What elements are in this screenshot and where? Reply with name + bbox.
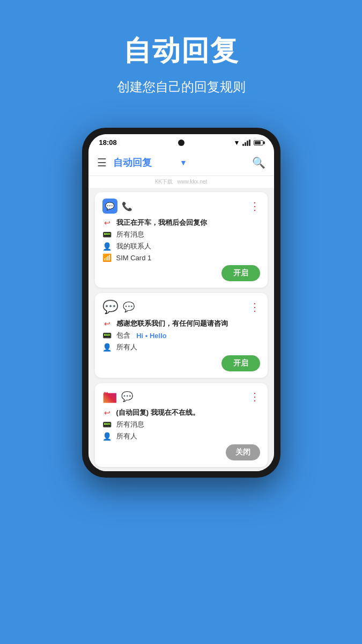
signal-icon <box>242 140 250 146</box>
app-bar: ☰ 自动回复 ▼ 🔍 <box>88 150 274 176</box>
contact-icon-1: 👤 <box>102 242 112 251</box>
card-1-footer: 开启 <box>102 265 260 281</box>
status-icons: ▼ <box>234 139 263 147</box>
contact-icon-2: 👤 <box>102 343 112 352</box>
chat-icon-2: 💬 <box>123 301 135 313</box>
phone-inner: 18:08 ▼ <box>88 134 274 471</box>
card-2-contact: 所有人 <box>116 342 137 352</box>
phone-call-icon: 📞 <box>122 201 132 211</box>
card-1-sim-row: 📶 SIM Card 1 <box>102 253 260 262</box>
card-1: 💬 📞 ⋮ ↩ 我正在开车，我稍后会回复你 📟 所有消息 👤 <box>95 192 268 288</box>
app-title: 自动回复 <box>113 156 178 169</box>
battery-icon <box>254 140 263 145</box>
more-menu-button-2[interactable]: ⋮ <box>249 301 260 313</box>
card-2: 💬 💬 ⋮ ↩ 感谢您联系我们，有任何问题请咨询 📟 包含 Hi • Hello <box>95 293 268 378</box>
watermark: KK下载 www.kkx.net <box>88 176 274 188</box>
card-3-contact-row: 👤 所有人 <box>102 431 260 441</box>
card-2-contact-row: 👤 所有人 <box>102 342 260 352</box>
card-2-footer: 开启 <box>102 355 260 371</box>
card-1-message: 我正在开车，我稍后会回复你 <box>116 218 207 228</box>
card-2-icons: 💬 💬 <box>102 299 135 314</box>
card-3-footer: 关闭 <box>102 444 260 460</box>
card-3-contact: 所有人 <box>116 431 137 441</box>
sim-icon-1: 📶 <box>102 253 112 262</box>
camera-dot <box>178 140 184 146</box>
reply-icon-3: ↩ <box>102 408 112 417</box>
menu-icon[interactable]: ☰ <box>97 156 107 169</box>
phone-wrapper: 18:08 ▼ <box>0 128 362 478</box>
card-3-msgtype: 所有消息 <box>116 420 144 429</box>
card-1-message-row: ↩ 我正在开车，我稍后会回复你 <box>102 218 260 228</box>
card-1-contact-row: 👤 我的联系人 <box>102 241 260 251</box>
toggle-button-1[interactable]: 开启 <box>221 265 260 281</box>
card-1-msgtype-row: 📟 所有消息 <box>102 230 260 239</box>
sms-app-icon: 💬 <box>102 199 117 214</box>
card-1-contact: 我的联系人 <box>116 241 151 251</box>
reply-icon-2: ↩ <box>102 319 112 328</box>
card-1-msgtype: 所有消息 <box>116 230 144 239</box>
reply-icon-1: ↩ <box>102 218 112 227</box>
card-2-message: 感谢您联系我们，有任何问题请咨询 <box>116 319 228 328</box>
card-2-msgtype-row: 📟 包含 Hi • Hello <box>102 331 260 340</box>
time-display: 18:08 <box>99 138 117 147</box>
header-area: 自动回复 创建您自己的回复规则 <box>0 0 362 117</box>
card-2-keywords: Hi • Hello <box>136 332 167 340</box>
card-3-message-row: ↩ (自动回复) 我现在不在线。 <box>102 408 260 418</box>
card-1-icons: 💬 📞 <box>102 199 132 214</box>
main-title: 自动回复 <box>0 32 362 70</box>
toggle-button-3[interactable]: 关闭 <box>226 444 260 460</box>
more-menu-button-1[interactable]: ⋮ <box>249 200 260 213</box>
dropdown-arrow-icon[interactable]: ▼ <box>180 158 187 167</box>
toggle-button-2[interactable]: 开启 <box>221 355 260 371</box>
card-1-sim: SIM Card 1 <box>116 254 152 262</box>
watermark-text: KK下载 www.kkx.net <box>155 179 207 185</box>
msg-type-icon-2: 📟 <box>102 331 112 340</box>
card-1-header: 💬 📞 ⋮ <box>102 199 260 214</box>
more-menu-button-3[interactable]: ⋮ <box>249 390 260 403</box>
card-3-icons: 📷 💬 <box>102 390 133 404</box>
msg-type-icon-1: 📟 <box>102 230 112 239</box>
card-3-msgtype-row: 📟 所有消息 <box>102 420 260 429</box>
card-2-message-row: ↩ 感谢您联系我们，有任何问题请咨询 <box>102 319 260 328</box>
contact-icon-3: 👤 <box>102 432 112 441</box>
msg-type-icon-3: 📟 <box>102 420 112 429</box>
sub-title: 创建您自己的回复规则 <box>0 78 362 96</box>
search-button[interactable]: 🔍 <box>252 156 265 169</box>
card-3: 📷 💬 ⋮ ↩ (自动回复) 我现在不在线。 📟 所有消息 👤 <box>95 383 268 467</box>
chat-icon-3: 💬 <box>121 391 133 402</box>
card-2-contains-label: 包含 <box>116 331 132 340</box>
card-3-message: (自动回复) 我现在不在线。 <box>116 408 200 418</box>
messenger-app-icon: 💬 <box>102 299 119 314</box>
instagram-app-icon: 📷 <box>102 390 117 404</box>
card-3-header: 📷 💬 ⋮ <box>102 390 260 404</box>
wifi-icon: ▼ <box>234 139 240 147</box>
phone: 18:08 ▼ <box>82 128 280 478</box>
card-list: 💬 📞 ⋮ ↩ 我正在开车，我稍后会回复你 📟 所有消息 👤 <box>88 188 274 471</box>
card-2-header: 💬 💬 ⋮ <box>102 299 260 314</box>
